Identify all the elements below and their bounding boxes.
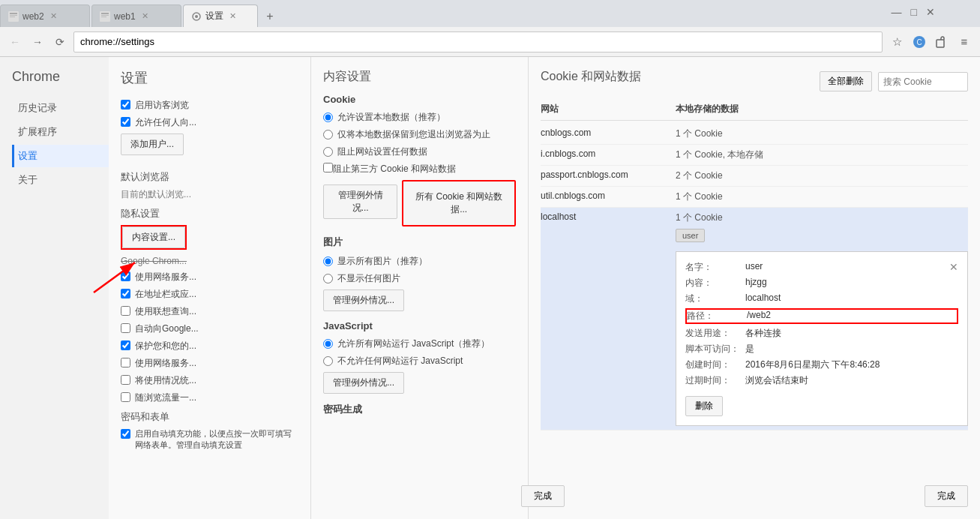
radio-no-images-input[interactable] [323,274,333,284]
radio-allow-js-input[interactable] [323,339,333,349]
cb-address-bar: 在地址栏或应... [121,288,298,301]
sidebar-item-about[interactable]: 关于 [12,169,109,191]
maximize-button[interactable]: □ [911,6,917,18]
checkbox-allow-anyone-label: 允许任何人向... [135,116,196,129]
add-user-button[interactable]: 添加用户... [121,134,184,155]
radio-block-third-input[interactable] [323,163,333,172]
tab-web2-close[interactable]: ✕ [50,11,57,21]
detail-value-path: /web2 [747,310,771,322]
cb-browse-traffic: 随浏览流量一... [121,392,298,404]
tab-web1[interactable]: web1 ✕ [91,4,181,27]
main-area: Chrome 历史记录 扩展程序 设置 关于 设置 启用访客浏览 [0,57,980,519]
cb-protect-input[interactable] [121,340,130,350]
content-settings-container: 内容设置... [121,225,187,250]
cookie-panel-actions: 全部删除 [820,71,968,92]
cb-network-service-input[interactable] [121,272,130,281]
cb-auto-send-input[interactable] [121,323,130,333]
detail-row-content: 内容： hjzgg [685,277,958,290]
sidebar-item-settings[interactable]: 设置 [12,145,109,167]
reload-button[interactable]: ⟳ [51,33,69,51]
svg-rect-12 [937,40,944,47]
cb-auto-send-label: 自动向Google... [135,322,199,335]
content-settings-done-container: 完成 [521,485,565,507]
manage-exceptions-js-button[interactable]: 管理例外情况... [323,372,404,394]
new-tab-button[interactable]: + [259,6,280,27]
radio-allow-js: 允许所有网站运行 JavaScript（推荐） [323,338,516,350]
svg-rect-2 [10,15,17,16]
forward-button[interactable]: → [28,33,46,51]
delete-all-button[interactable]: 全部删除 [820,71,872,92]
site-name-passport: passport.cnblogs.com [541,170,676,180]
cookie-detail: 名字： user 内容： hjzgg 域： localhost [676,251,968,426]
site-row-i-cnblogs[interactable]: i.cnblogs.com 1 个 Cookie, 本地存储 [541,145,968,166]
password-section-label: 密码和表单 [121,410,298,424]
radio-block-third: 阻止第三方 Cookie 和网站数据 [323,163,516,176]
bookmark-icon[interactable]: ☆ [887,32,907,52]
done-button[interactable]: 完成 [925,485,968,507]
radio-allow-js-label: 允许所有网站运行 JavaScript（推荐） [337,338,490,350]
cb-network2-input[interactable] [121,358,130,368]
address-input[interactable] [73,32,883,52]
cookie-panel-title: Cookie 和网站数据 [541,69,641,85]
cookie-search-input[interactable] [878,72,968,92]
checkbox-guest-browse-input[interactable] [121,100,130,110]
radio-block-js-input[interactable] [323,356,333,366]
tab-settings[interactable]: 设置 ✕ [183,4,258,27]
site-row-util[interactable]: util.cnblogs.com 1 个 Cookie [541,187,968,208]
cb-autofill: 启用自动填充功能，以便点按一次即可填写网络表单。管理自动填充设置 [121,428,298,451]
cb-autofill-label: 启用自动填充功能，以便点按一次即可填写网络表单。管理自动填充设置 [135,428,298,451]
detail-row-send: 发送用途： 各种连接 [685,327,958,340]
cb-usage-input[interactable] [121,375,130,385]
radio-session-only-input[interactable] [323,130,333,140]
radio-block-all-label: 阻止网站设置任何数据 [337,146,427,158]
cb-suggest-input[interactable] [121,306,130,316]
cb-browse-traffic-input[interactable] [121,392,130,402]
tab-settings-label: 设置 [205,10,223,22]
manage-exceptions-button[interactable]: 管理例外情况... [323,184,397,219]
sidebar-brand: Chrome [12,69,109,85]
tab-settings-close[interactable]: ✕ [229,11,236,21]
cb-usage: 将使用情况统... [121,374,298,387]
close-detail-button[interactable]: ✕ [949,261,958,273]
sidebar-item-extensions[interactable]: 扩展程序 [12,121,109,143]
radio-block-all-input[interactable] [323,147,333,157]
detail-row-script: 脚本可访问： 是 [685,343,958,356]
tab-web1-close[interactable]: ✕ [142,11,148,21]
default-browser-section-label: 默认浏览器 [121,170,298,184]
privacy-section-label: 隐私设置 [121,207,298,220]
radio-allow-local-input[interactable] [323,112,333,122]
detail-row-path: 路径： /web2 [685,308,958,324]
tab-web2-label: web2 [22,11,44,22]
site-data-i-cnblogs: 1 个 Cookie, 本地存储 [676,148,968,161]
profile-icon[interactable]: C [910,32,929,52]
detail-value-content: hjzgg [745,277,767,290]
detail-label-path: 路径： [687,310,747,322]
content-settings-button[interactable]: 内容设置... [122,226,185,248]
checkbox-allow-anyone-input[interactable] [121,117,130,127]
all-cookies-button[interactable]: 所有 Cookie 和网站数据... [402,180,516,226]
cb-autofill-input[interactable] [121,429,130,439]
content-settings-done-button[interactable]: 完成 [521,485,565,507]
sidebar-item-history[interactable]: 历史记录 [12,97,109,119]
delete-cookie-button[interactable]: 删除 [685,396,723,416]
radio-show-images-input[interactable] [323,256,333,266]
back-button[interactable]: ← [6,33,24,51]
tab-web2[interactable]: web2 ✕ [0,4,90,27]
extension-icon[interactable] [932,32,952,52]
cb-address-bar-label: 在地址栏或应... [135,288,196,301]
site-row-localhost[interactable]: localhost 1 个 Cookie user 名字： user 内容： [541,208,968,430]
radio-block-third-label: 阻止第三方 Cookie 和网站数据 [333,163,456,176]
detail-row-created: 创建时间： 2016年8月6日星期六 下午8:46:28 [685,358,958,371]
minimize-button[interactable]: — [892,6,902,18]
cb-address-bar-input[interactable] [121,289,130,298]
checkbox-guest-browse: 启用访客浏览 [121,99,298,112]
menu-icon[interactable]: ≡ [955,32,974,52]
manage-exceptions-images-button[interactable]: 管理例外情况... [323,290,404,311]
close-browser-button[interactable]: ✕ [926,6,935,18]
google-chrome-label: Google Chrom... [121,256,298,266]
detail-label-script: 脚本可访问： [685,343,745,356]
cookie-section-title: Cookie [323,94,516,105]
site-row-cnblogs[interactable]: cnblogs.com 1 个 Cookie [541,124,968,145]
site-row-passport[interactable]: passport.cnblogs.com 2 个 Cookie [541,166,968,187]
svg-rect-3 [10,16,15,17]
